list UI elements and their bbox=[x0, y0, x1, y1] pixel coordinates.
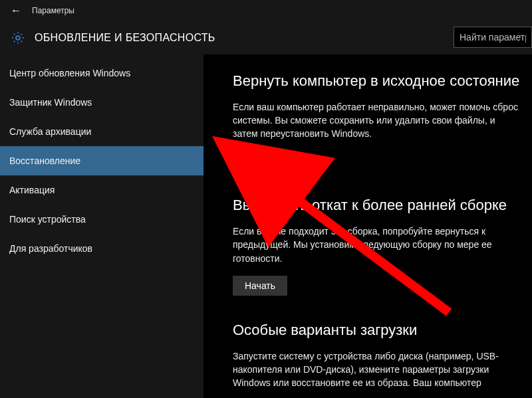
sidebar-item-windows-defender[interactable]: Защитник Windows bbox=[0, 88, 203, 117]
sidebar-item-label: Активация bbox=[9, 185, 55, 195]
section-heading: Выполнить откат к более ранней сборке bbox=[233, 196, 523, 215]
sidebar-item-label: Служба архивации bbox=[9, 126, 91, 137]
titlebar: ← Параметры bbox=[0, 0, 532, 21]
back-arrow-icon: ← bbox=[11, 5, 21, 17]
section-heading: Вернуть компьютер в исходное состояние bbox=[233, 72, 523, 91]
rollback-start-button[interactable]: Начать bbox=[233, 276, 287, 296]
section-body: Запустите систему с устройства либо диск… bbox=[233, 349, 519, 390]
page-title: ОБНОВЛЕНИЕ И БЕЗОПАСНОСТЬ bbox=[35, 32, 215, 44]
section-heading: Особые варианты загрузки bbox=[233, 321, 523, 340]
search-input[interactable] bbox=[454, 27, 532, 48]
section-reset-pc: Вернуть компьютер в исходное состояние Е… bbox=[233, 72, 523, 171]
sidebar-item-activation[interactable]: Активация bbox=[0, 175, 203, 205]
section-rollback-build: Выполнить откат к более ранней сборке Ес… bbox=[233, 196, 523, 295]
main: Центр обновления Windows Защитник Window… bbox=[0, 54, 532, 398]
section-body: Если ваш компьютер работает неправильно,… bbox=[233, 100, 519, 141]
section-body: Если вам не подходит эта сборка, попробу… bbox=[233, 225, 519, 265]
section-advanced-startup: Особые варианты загрузки Запустите систе… bbox=[233, 321, 523, 389]
header: ОБНОВЛЕНИЕ И БЕЗОПАСНОСТЬ bbox=[0, 21, 532, 54]
sidebar-item-windows-update[interactable]: Центр обновления Windows bbox=[0, 58, 203, 88]
sidebar-item-label: Восстановление bbox=[9, 155, 80, 166]
reset-pc-start-button[interactable]: Начать bbox=[233, 151, 287, 171]
back-button[interactable]: ← bbox=[3, 0, 29, 21]
sidebar-item-label: Центр обновления Windows bbox=[9, 68, 130, 78]
sidebar-item-for-developers[interactable]: Для разработчиков bbox=[0, 234, 203, 263]
sidebar-item-label: Защитник Windows bbox=[9, 97, 92, 108]
sidebar-item-find-device[interactable]: Поиск устройства bbox=[0, 205, 203, 234]
svg-point-0 bbox=[16, 36, 20, 40]
sidebar-item-label: Для разработчиков bbox=[9, 243, 92, 254]
sidebar: Центр обновления Windows Защитник Window… bbox=[0, 54, 203, 398]
sidebar-item-label: Поиск устройства bbox=[9, 214, 86, 225]
sidebar-item-recovery[interactable]: Восстановление bbox=[0, 146, 203, 175]
content-pane: Вернуть компьютер в исходное состояние Е… bbox=[203, 54, 532, 398]
sidebar-item-backup[interactable]: Служба архивации bbox=[0, 117, 203, 146]
settings-gear-icon bbox=[7, 27, 29, 49]
app-name: Параметры bbox=[32, 6, 74, 15]
